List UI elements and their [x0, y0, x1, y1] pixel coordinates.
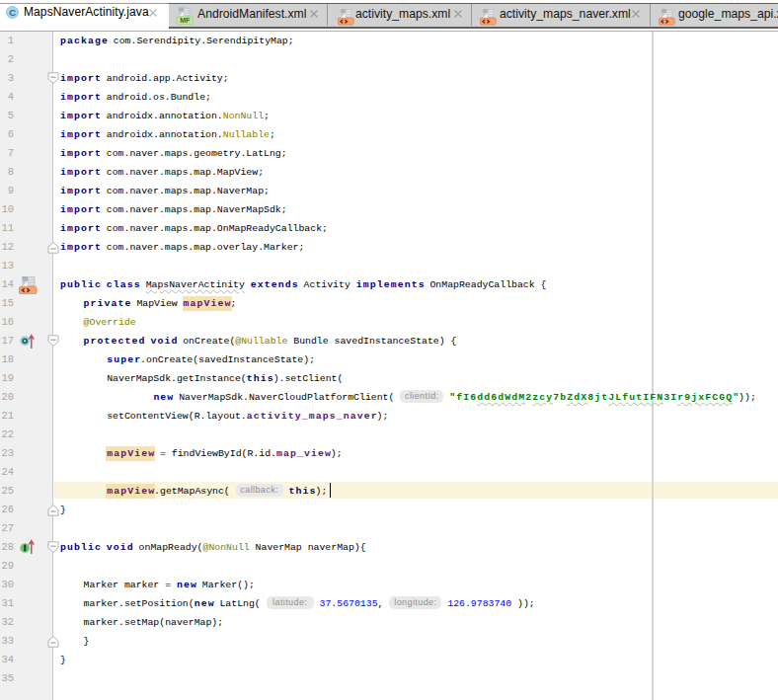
svg-text:MF: MF	[180, 17, 191, 24]
svg-text:C: C	[9, 7, 16, 18]
